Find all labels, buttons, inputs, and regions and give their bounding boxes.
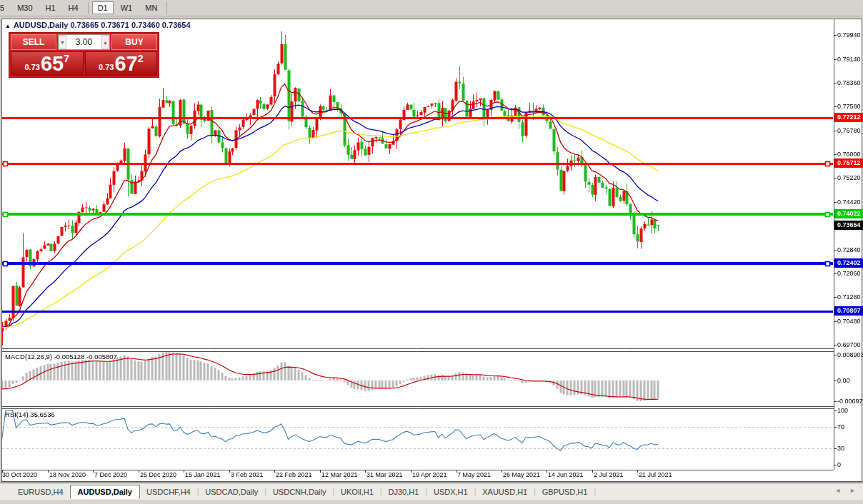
price-axis-tick: 0.75220 — [837, 174, 861, 181]
buy-price-big: 67 — [114, 53, 137, 74]
chart-tab-audusd-daily[interactable]: AUDUSD,Daily — [70, 485, 140, 499]
date-axis-label: 19 Apr 2021 — [412, 471, 447, 478]
ohlc-values: 0.73665 0.73671 0.73460 0.73654 — [70, 21, 190, 29]
date-axis-label: 12 Mar 2021 — [321, 471, 358, 478]
spinner-up-icon: ▲ — [103, 40, 108, 45]
macd-indicator-label: MACD(12,26,9) -0.005128 -0.005807 — [5, 353, 117, 361]
buy-price-pip: 2 — [138, 53, 144, 64]
tab-separator: | — [594, 488, 596, 495]
date-axis-label: 22 Feb 2021 — [276, 471, 312, 478]
volume-spinner: ▼ ▲ — [58, 34, 110, 50]
macd-axis-tick: -0.006977 — [837, 398, 863, 405]
rsi-axis-tick: 70 — [837, 423, 844, 430]
hline-price-badge: 0.70807 — [834, 306, 863, 316]
sell-quote-button[interactable]: 0.73 65 7 — [11, 51, 84, 76]
timeframe-button-MN[interactable]: MN — [139, 1, 163, 14]
date-axis-label: 7 May 2021 — [457, 471, 491, 478]
timeframe-button-W1[interactable]: W1 — [115, 1, 139, 14]
price-axis-tick: 0.77580 — [837, 103, 861, 110]
macd-axis-tick: 0.008903 — [837, 351, 863, 358]
date-axis-label: 15 Jan 2021 — [185, 471, 221, 478]
buy-quote-button[interactable]: 0.73 67 2 — [85, 51, 158, 76]
toolbar-divider — [166, 2, 167, 14]
hline-price-badge: 0.74022 — [834, 209, 863, 218]
price-axis-tick: 0.78360 — [837, 79, 861, 86]
date-axis-label: 25 Dec 2020 — [140, 471, 176, 478]
collapse-triangle-icon[interactable]: ▲ — [5, 23, 11, 29]
hline-price-badge: 0.72402 — [834, 258, 863, 268]
sell-price-prefix: 0.73 — [25, 63, 40, 71]
price-axis-tick: 0.72840 — [837, 246, 861, 253]
tab-scroll-right-icon[interactable]: ► — [849, 487, 856, 494]
price-axis-tick: 0.74420 — [837, 198, 861, 206]
timeframe-toolbar: 5M30H1H4D1W1MN — [0, 0, 863, 16]
hline-price-badge: 0.77212 — [834, 113, 863, 122]
date-axis-label: 30 Oct 2020 — [2, 471, 37, 478]
sell-price-pip: 7 — [64, 53, 69, 64]
chart-tab-gbpusd-h1[interactable]: GBPUSD,H1 — [536, 485, 594, 499]
rsi-axis-tick: 30 — [837, 445, 844, 452]
price-axis-tick: 0.76000 — [837, 151, 861, 158]
volume-decrease-button[interactable]: ▼ — [59, 35, 66, 49]
price-axis-tick: 0.70480 — [837, 318, 861, 325]
price-axis-tick: 0.72060 — [837, 270, 861, 277]
rsi-axis-tick: 100 — [837, 407, 848, 414]
volume-increase-button[interactable]: ▲ — [101, 35, 109, 49]
date-axis-label: 26 May 2021 — [503, 471, 540, 478]
buy-button[interactable]: BUY — [111, 34, 157, 50]
chart-tab-usdx-h1[interactable]: USDX,H1 — [427, 485, 474, 499]
mt4-window: 5M30H1H4D1W1MN ▲AUDUSD,Daily 0.73665 0.7… — [0, 0, 863, 504]
chart-title: ▲AUDUSD,Daily 0.73665 0.73671 0.73460 0.… — [5, 21, 191, 29]
toolbar-divider — [88, 2, 89, 14]
tab-scroll-buttons: ◄ ► — [834, 487, 856, 494]
macd-axis-tick: 0.00 — [837, 377, 850, 384]
sell-price-big: 65 — [41, 53, 64, 74]
spinner-down-icon: ▼ — [60, 40, 65, 45]
timeframe-button-H4[interactable]: H4 — [63, 1, 84, 14]
date-axis-label: 18 Nov 2020 — [49, 471, 86, 478]
date-axis-label: 21 Jul 2021 — [639, 471, 672, 478]
symbol-period-label: AUDUSD,Daily — [14, 21, 68, 29]
date-axis-label: 2 Jul 2021 — [594, 471, 624, 478]
one-click-trading-panel: SELL ▼ ▲ BUY 0.73 65 7 0.73 67 2 — [9, 32, 159, 78]
chart-tab-usdcnh-daily[interactable]: USDCNH,Daily — [266, 485, 333, 499]
timeframe-button-5[interactable]: 5 — [0, 1, 10, 14]
timeframe-button-M30[interactable]: M30 — [11, 1, 38, 14]
price-axis-tick: 0.79940 — [837, 31, 861, 39]
chart-tab-usdcad-daily[interactable]: USDCAD,Daily — [199, 485, 264, 499]
chart-tab-xauusd-h1[interactable]: XAUUSD,H1 — [476, 485, 534, 499]
date-axis-label: 7 Dec 2020 — [94, 471, 127, 478]
timeframe-button-H1[interactable]: H1 — [40, 1, 61, 14]
price-axis-tick: 0.71280 — [837, 293, 861, 301]
rsi-axis-tick: 0 — [837, 461, 841, 468]
sell-button[interactable]: SELL — [11, 34, 56, 50]
price-axis-tick: 0.69700 — [837, 341, 861, 348]
timeframe-button-D1[interactable]: D1 — [92, 1, 114, 14]
date-axis-label: 14 Jun 2021 — [548, 471, 584, 478]
date-axis-label: 31 Mar 2021 — [366, 471, 403, 478]
date-axis-label: 3 Feb 2021 — [231, 471, 264, 478]
hline-price-badge: 0.75712 — [834, 158, 863, 168]
current-price-badge: 0.73654 — [834, 221, 863, 230]
chart-tab-ukoil-h1[interactable]: UKOil,H1 — [334, 485, 380, 499]
buy-price-prefix: 0.73 — [99, 63, 114, 71]
status-strip — [0, 500, 863, 504]
chart-tab-eurusd-h4[interactable]: EURUSD,H4 — [11, 485, 70, 499]
tab-scroll-left-icon[interactable]: ◄ — [834, 487, 841, 494]
chart-tab-dj30-h1[interactable]: DJ30,H1 — [382, 485, 426, 499]
chart-tab-bar: EURUSD,H4AUDUSD,DailyUSDCHF,H4|USDCAD,Da… — [0, 483, 863, 500]
rsi-indicator-label: RSI(14) 35.6536 — [5, 410, 55, 418]
chart-tab-usdchf-h4[interactable]: USDCHF,H4 — [140, 485, 197, 499]
price-axis-tick: 0.79140 — [837, 56, 861, 63]
volume-input[interactable] — [66, 35, 101, 49]
price-axis-tick: 0.76780 — [837, 127, 861, 134]
